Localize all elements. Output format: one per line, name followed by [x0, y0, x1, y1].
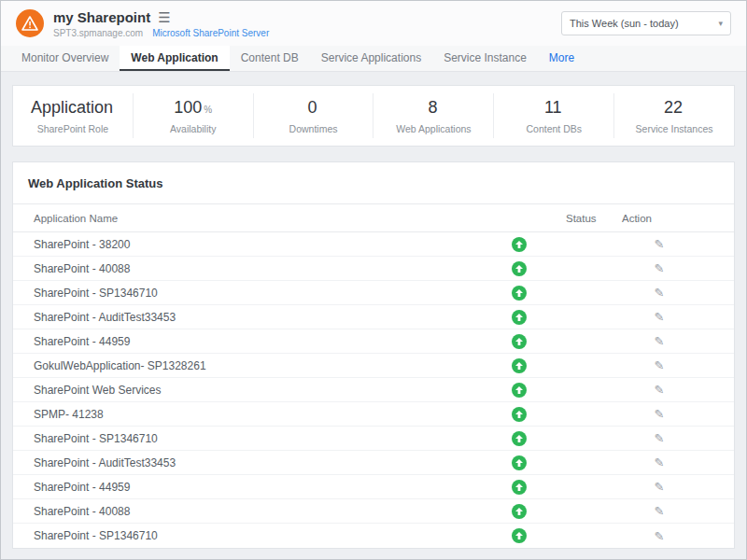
- up-arrow-circle-icon: [512, 237, 527, 252]
- stat-label: Web Applications: [377, 123, 489, 134]
- up-arrow-circle-icon: [512, 480, 527, 495]
- application-name-cell: SharePoint Web Services: [34, 384, 472, 397]
- stat-value: Application: [31, 98, 113, 117]
- chevron-down-icon: ▾: [718, 19, 723, 28]
- stat-item: 0 Downtimes: [254, 93, 374, 138]
- tab-label: Web Application: [131, 51, 218, 64]
- action-cell: ✎: [622, 262, 697, 274]
- application-name-cell: SharePoint - AuditTest33453: [34, 311, 472, 324]
- table-row: SharePoint - SP1346710 ✎: [13, 281, 734, 305]
- tab-label: Service Instance: [444, 51, 527, 64]
- tab-monitor-overview[interactable]: Monitor Overview: [10, 46, 120, 71]
- header: my Sharepoint ☰ SPT3.spmanage.com Micros…: [1, 1, 746, 46]
- stat-value: 8: [428, 98, 437, 117]
- up-arrow-circle-icon: [512, 383, 527, 398]
- up-arrow-circle-icon: [512, 261, 527, 276]
- application-name-cell: SharePoint - SP1346710: [34, 287, 472, 300]
- tab-more[interactable]: More: [538, 46, 585, 71]
- table-header-row: Application Name Status Action: [13, 204, 734, 232]
- pencil-edit-icon[interactable]: ✎: [655, 530, 665, 542]
- up-arrow-circle-icon: [512, 286, 527, 301]
- stat-value: 22: [664, 98, 683, 117]
- pencil-edit-icon[interactable]: ✎: [655, 335, 665, 347]
- column-header-status: Status: [566, 213, 622, 224]
- up-arrow-circle-icon: [512, 334, 527, 349]
- tab-label: Service Applications: [321, 51, 421, 64]
- app-window: my Sharepoint ☰ SPT3.spmanage.com Micros…: [0, 0, 747, 560]
- table-row: SharePoint - 40088 ✎: [13, 257, 734, 281]
- application-name-cell: SharePoint - 44959: [34, 481, 472, 494]
- table-row: SharePoint - SP1346710 ✎: [13, 524, 734, 548]
- pencil-edit-icon[interactable]: ✎: [655, 262, 665, 274]
- column-header-action: Action: [622, 213, 697, 224]
- up-arrow-circle-icon: [512, 407, 527, 422]
- up-arrow-circle-icon: [512, 358, 527, 373]
- tab-content-db[interactable]: Content DB: [230, 46, 310, 71]
- action-cell: ✎: [622, 432, 697, 444]
- pencil-edit-icon[interactable]: ✎: [655, 238, 665, 250]
- pencil-edit-icon[interactable]: ✎: [655, 505, 665, 517]
- action-cell: ✎: [622, 384, 697, 396]
- stat-label: Availability: [137, 123, 249, 134]
- tab-service-instance[interactable]: Service Instance: [432, 46, 538, 71]
- tab-label: Monitor Overview: [21, 51, 108, 64]
- status-cell: [472, 286, 566, 301]
- web-application-status-card: Web Application Status Application Name …: [12, 161, 735, 549]
- pencil-edit-icon[interactable]: ✎: [655, 287, 665, 299]
- table-row: GokulWebApplication- SP1328261 ✎: [13, 354, 734, 378]
- status-cell: [472, 504, 566, 519]
- application-name-cell: SharePoint - AuditTest33453: [34, 456, 472, 469]
- action-cell: ✎: [622, 481, 697, 493]
- period-selector-value: This Week (sun - today): [570, 18, 679, 29]
- status-cell: [472, 310, 566, 325]
- up-arrow-circle-icon: [512, 310, 527, 325]
- action-cell: ✎: [622, 238, 697, 250]
- status-cell: [472, 407, 566, 422]
- action-cell: ✎: [622, 335, 697, 347]
- column-header-application-name: Application Name: [34, 213, 472, 224]
- action-cell: ✎: [622, 287, 697, 299]
- card-title: Web Application Status: [28, 176, 162, 190]
- table-row: SharePoint - 44959 ✎: [13, 329, 734, 354]
- pencil-edit-icon[interactable]: ✎: [655, 456, 665, 469]
- stat-value: 11: [544, 98, 562, 117]
- status-cell: [472, 334, 566, 349]
- stat-item: Application SharePoint Role: [13, 93, 134, 138]
- hamburger-menu-icon[interactable]: ☰: [158, 10, 170, 24]
- warning-triangle-icon: [16, 9, 44, 37]
- application-name-cell: SharePoint - 44959: [34, 335, 472, 348]
- tab-label: Content DB: [241, 51, 299, 64]
- tab-label: More: [549, 51, 574, 64]
- table-row: SharePoint - 44959 ✎: [13, 475, 734, 499]
- stat-item: 11 Content DBs: [494, 93, 614, 138]
- stat-label: Service Instances: [618, 123, 730, 134]
- pencil-edit-icon[interactable]: ✎: [655, 384, 665, 396]
- application-name-cell: GokulWebApplication- SP1328261: [34, 359, 472, 372]
- action-cell: ✎: [622, 359, 697, 371]
- pencil-edit-icon[interactable]: ✎: [655, 481, 665, 493]
- pencil-edit-icon[interactable]: ✎: [655, 359, 665, 371]
- stat-label: Downtimes: [258, 123, 370, 134]
- application-name-cell: SharePoint - SP1346710: [34, 529, 472, 542]
- content-area: Application SharePoint Role 100% Availab…: [1, 72, 746, 560]
- application-name-cell: SPMP- 41238: [34, 408, 472, 421]
- tab-service-applications[interactable]: Service Applications: [310, 46, 432, 71]
- status-cell: [472, 431, 566, 446]
- tab-web-application[interactable]: Web Application: [120, 46, 229, 71]
- period-selector[interactable]: This Week (sun - today) ▾: [561, 11, 731, 35]
- status-cell: [472, 261, 566, 276]
- host-text: SPT3.spmanage.com: [53, 28, 143, 38]
- application-name-cell: SharePoint - SP1346710: [34, 432, 472, 445]
- table-body: SharePoint - 38200 ✎ Shar: [13, 232, 734, 548]
- pencil-edit-icon[interactable]: ✎: [655, 408, 665, 420]
- stat-value: 100: [174, 98, 202, 117]
- up-arrow-circle-icon: [512, 528, 527, 543]
- stat-unit: %: [204, 105, 212, 115]
- stat-item: 100% Availability: [134, 93, 254, 138]
- stat-value: 0: [308, 98, 317, 117]
- server-type-link[interactable]: Microsoft SharePoint Server: [152, 28, 269, 38]
- pencil-edit-icon[interactable]: ✎: [655, 311, 665, 323]
- pencil-edit-icon[interactable]: ✎: [655, 432, 665, 444]
- action-cell: ✎: [622, 311, 697, 323]
- stat-item: 8 Web Applications: [374, 93, 494, 138]
